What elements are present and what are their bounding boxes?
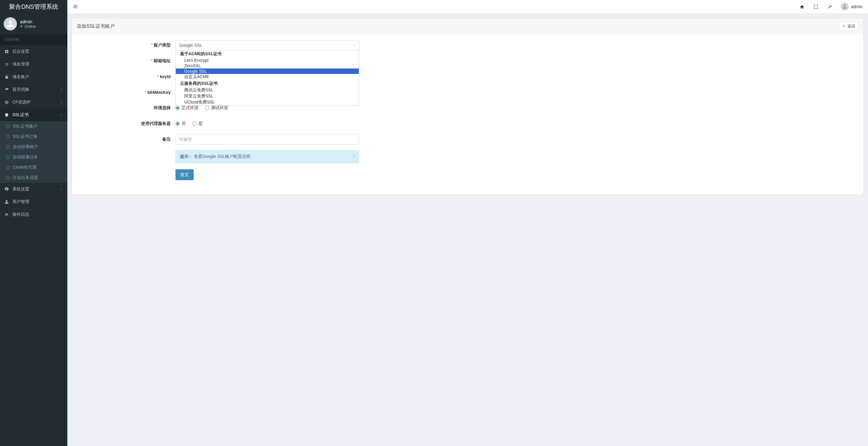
sidebar-toggle-button[interactable] — [70, 1, 81, 12]
circle-icon — [6, 125, 10, 128]
loglist-icon — [4, 212, 9, 217]
dropdown-optgroup: 基于ACME的SSL证书 — [176, 50, 359, 58]
cogs-icon — [4, 187, 9, 191]
chevron-left-icon — [60, 101, 63, 104]
dropdown-option[interactable]: 阿里云免费SSL — [176, 93, 359, 99]
proxy-radio-input[interactable] — [192, 122, 196, 126]
submit-button[interactable]: 提交 — [176, 169, 194, 180]
chevron-down-icon — [353, 44, 356, 47]
heartbeat-icon — [4, 88, 9, 92]
list-icon — [4, 62, 9, 66]
dropdown-option[interactable]: 腾讯云免费SSL — [176, 87, 359, 93]
sidebar-item-CF优选IP[interactable]: CF优选IP — [0, 96, 67, 109]
label-account-type: 账户类型 — [154, 42, 170, 47]
label-env: 环境选择 — [154, 105, 170, 110]
sidebar-item-用户管理[interactable]: 用户管理 — [0, 196, 67, 208]
label-proxy: 使用代理服务器 — [141, 121, 170, 126]
topbar-username: admin — [851, 4, 863, 9]
dropdown-option[interactable]: UCloud免费SSL — [176, 99, 359, 105]
topbar-user[interactable]: admin — [838, 3, 866, 10]
chevron-left-icon — [60, 188, 63, 191]
dropdown-option[interactable]: 自定义ACME — [176, 74, 359, 80]
sidebar-subitem-计划任务设置[interactable]: 计划任务设置 — [0, 173, 67, 183]
env-radio-测试环境[interactable]: 测试环境 — [205, 105, 228, 111]
sidebar-item-后台首页[interactable]: 后台首页 — [0, 45, 67, 58]
page-title: 添加SSL证书账户 — [77, 23, 115, 30]
sidebar-subitem-自动部署任务[interactable]: 自动部署任务 — [0, 152, 67, 162]
circle-icon — [6, 135, 10, 138]
circle-icon — [6, 176, 10, 179]
sidebar-item-容灾切换[interactable]: 容灾切换 — [0, 83, 67, 96]
sidebar-subitem-label: 自动部署账户 — [13, 144, 38, 150]
hint-prefix: 提示： — [180, 154, 193, 159]
sidebar-item-label: 域名账户 — [12, 74, 29, 80]
dashboard-icon — [4, 49, 9, 54]
back-button[interactable]: 返回 — [839, 22, 859, 31]
radio-label: 正式环境 — [182, 105, 198, 111]
sidebar-item-域名管理[interactable]: 域名管理 — [0, 58, 67, 71]
home-icon[interactable] — [796, 1, 808, 13]
radio-label: 否 — [182, 121, 186, 127]
proxy-radio-input[interactable] — [176, 122, 180, 126]
sidebar: 聚合DNS管理系统 admin Online 功能导航 后台首页域名管理域名账户… — [0, 0, 67, 446]
sidebar-item-系统设置[interactable]: 系统设置 — [0, 183, 67, 196]
dropdown-optgroup: 云服务商的SSL证书 — [176, 80, 359, 87]
sidebar-item-域名账户[interactable]: 域名账户 — [0, 71, 67, 83]
wrench-icon[interactable] — [824, 1, 836, 13]
env-radio-正式环境[interactable]: 正式环境 — [176, 105, 198, 111]
dropdown-option[interactable]: Google SSL — [176, 69, 359, 74]
avatar — [4, 17, 17, 31]
sidebar-subitem-label: 自动部署任务 — [13, 155, 38, 160]
label-remark: 备注 — [162, 137, 170, 141]
label-keyid: keyId — [160, 74, 170, 79]
shield-icon — [4, 113, 9, 117]
sidebar-subitem-CNAME代理[interactable]: CNAME代理 — [0, 162, 67, 173]
account-type-select[interactable]: Google SSL — [176, 40, 359, 50]
circle-icon — [6, 156, 10, 159]
sidebar-item-label: SSL证书 — [12, 112, 29, 118]
alert-close-icon[interactable]: × — [352, 153, 356, 159]
sidebar-item-label: CF优选IP — [12, 100, 31, 105]
sidebar-subitem-SSL证书账户[interactable]: SSL证书账户 — [0, 121, 67, 132]
sidebar-item-label: 域名管理 — [12, 62, 29, 67]
sidebar-item-操作日志[interactable]: 操作日志 — [0, 208, 67, 221]
env-radio-input[interactable] — [205, 106, 209, 110]
proxy-radio-group: 否是 — [176, 118, 359, 129]
radio-label: 是 — [198, 121, 203, 127]
nav: 后台首页域名管理域名账户容灾切换CF优选IPSSL证书SSL证书账户SSL证书订… — [0, 45, 67, 221]
proxy-radio-是[interactable]: 是 — [192, 121, 203, 127]
label-b64mackey: b64MacKey — [147, 90, 170, 95]
account-type-dropdown[interactable]: 基于ACME的SSL证书Let's EncryptZeroSSLGoogle S… — [176, 50, 359, 106]
sidebar-subitem-label: CNAME代理 — [13, 165, 36, 170]
env-radio-input[interactable] — [176, 106, 180, 110]
sidebar-item-label: 后台首页 — [12, 49, 29, 54]
user-icon — [4, 200, 9, 204]
sidebar-item-label: 系统设置 — [12, 186, 29, 192]
dropdown-option[interactable]: Let's Encrypt — [176, 58, 359, 63]
circle-icon — [6, 166, 10, 169]
avatar-sm — [841, 3, 849, 10]
user-status: Online — [20, 24, 36, 29]
circle-icon — [6, 145, 10, 149]
fullscreen-icon[interactable] — [810, 1, 822, 13]
radio-label: 测试环境 — [211, 105, 228, 111]
hint-link[interactable]: 查看Google SSL账户配置说明 — [194, 154, 251, 159]
dropdown-option[interactable]: ZeroSSL — [176, 63, 359, 69]
sidebar-item-SSL证书[interactable]: SSL证书 — [0, 109, 67, 121]
lock-icon — [4, 75, 9, 79]
user-name: admin — [20, 19, 36, 24]
sidebar-subitem-自动部署账户[interactable]: 自动部署账户 — [0, 142, 67, 152]
sidebar-subitem-SSL证书订单[interactable]: SSL证书订单 — [0, 132, 67, 142]
panel: 添加SSL证书账户 返回 *账户类型 Google SSL — [71, 18, 864, 195]
sidebar-subitem-label: SSL证书订单 — [13, 134, 37, 139]
globe-icon — [4, 100, 9, 104]
back-label: 返回 — [847, 24, 855, 29]
remark-input[interactable] — [176, 134, 359, 144]
sidebar-item-label: 用户管理 — [12, 199, 29, 205]
chevron-down-icon — [60, 113, 63, 116]
chevron-left-icon — [60, 88, 63, 91]
topbar: admin — [67, 0, 868, 13]
sidebar-subitem-label: SSL证书账户 — [13, 124, 37, 129]
proxy-radio-否[interactable]: 否 — [176, 121, 186, 127]
account-type-value: Google SSL — [179, 43, 203, 48]
